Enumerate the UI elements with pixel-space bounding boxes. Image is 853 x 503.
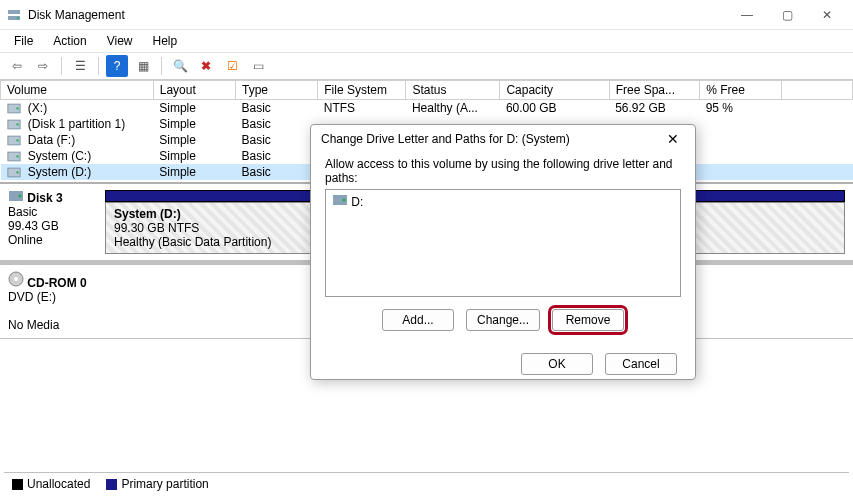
search-icon[interactable]: 🔍: [169, 55, 191, 77]
check-icon[interactable]: ☑: [221, 55, 243, 77]
part-status: Healthy (Basic Data Partition): [114, 235, 271, 249]
drive-paths-list[interactable]: D:: [325, 189, 681, 297]
cdrom-label: CD-ROM 0: [27, 276, 86, 290]
cdrom-icon: [8, 271, 24, 287]
drive-entry-label: D:: [351, 195, 363, 209]
col-free[interactable]: Free Spa...: [609, 81, 699, 100]
svg-point-11: [19, 195, 22, 198]
legend-primary: Primary partition: [121, 477, 208, 491]
disk-type: Basic: [8, 205, 37, 219]
change-drive-letter-dialog: Change Drive Letter and Paths for D: (Sy…: [310, 124, 696, 380]
svg-point-2: [16, 108, 18, 110]
svg-point-0: [17, 17, 19, 19]
properties-icon[interactable]: ▭: [247, 55, 269, 77]
menu-file[interactable]: File: [4, 32, 43, 50]
ok-button[interactable]: OK: [521, 353, 593, 375]
add-button[interactable]: Add...: [382, 309, 454, 331]
svg-point-10: [16, 172, 18, 174]
part-size: 99.30 GB NTFS: [114, 221, 199, 235]
col-type[interactable]: Type: [236, 81, 318, 100]
separator: [161, 57, 162, 75]
minimize-button[interactable]: —: [727, 1, 767, 29]
cancel-button[interactable]: Cancel: [605, 353, 677, 375]
grid-icon[interactable]: ▦: [132, 55, 154, 77]
view-list-icon[interactable]: ☰: [69, 55, 91, 77]
window-title: Disk Management: [28, 8, 727, 22]
volume-row[interactable]: (X:)SimpleBasicNTFSHealthy (A...60.00 GB…: [1, 100, 853, 117]
legend: Unallocated Primary partition: [4, 472, 849, 495]
svg-point-4: [16, 124, 18, 126]
disk-label: Disk 3: [27, 191, 62, 205]
app-icon: [6, 7, 22, 23]
col-spacer[interactable]: [782, 81, 853, 100]
separator: [61, 57, 62, 75]
delete-icon[interactable]: ✖: [195, 55, 217, 77]
cdrom-dev: DVD (E:): [8, 290, 56, 304]
svg-point-8: [16, 156, 18, 158]
help-icon[interactable]: ?: [106, 55, 128, 77]
svg-point-14: [343, 199, 346, 202]
col-capacity[interactable]: Capacity: [500, 81, 609, 100]
menu-bar: File Action View Help: [0, 30, 853, 52]
toolbar: ⇦ ⇨ ☰ ? ▦ 🔍 ✖ ☑ ▭: [0, 52, 853, 80]
separator: [98, 57, 99, 75]
remove-button[interactable]: Remove: [552, 309, 624, 331]
menu-view[interactable]: View: [97, 32, 143, 50]
menu-help[interactable]: Help: [143, 32, 188, 50]
disk-state: Online: [8, 233, 43, 247]
dialog-title: Change Drive Letter and Paths for D: (Sy…: [321, 132, 661, 146]
col-volume[interactable]: Volume: [1, 81, 154, 100]
disk-size: 99.43 GB: [8, 219, 59, 233]
menu-action[interactable]: Action: [43, 32, 96, 50]
window-titlebar: Disk Management — ▢ ✕: [0, 0, 853, 30]
svg-point-6: [16, 140, 18, 142]
nav-forward-icon[interactable]: ⇨: [32, 55, 54, 77]
col-fs[interactable]: File System: [318, 81, 406, 100]
svg-point-13: [14, 277, 18, 281]
close-button[interactable]: ✕: [807, 1, 847, 29]
change-button[interactable]: Change...: [466, 309, 540, 331]
swatch-primary: [106, 479, 117, 490]
drive-icon: [332, 194, 348, 206]
dialog-prompt: Allow access to this volume by using the…: [325, 157, 681, 185]
col-pct[interactable]: % Free: [700, 81, 782, 100]
legend-unalloc: Unallocated: [27, 477, 90, 491]
dialog-close-button[interactable]: ✕: [661, 131, 685, 147]
col-status[interactable]: Status: [406, 81, 500, 100]
nav-back-icon[interactable]: ⇦: [6, 55, 28, 77]
cdrom-state: No Media: [8, 318, 59, 332]
maximize-button[interactable]: ▢: [767, 1, 807, 29]
swatch-unallocated: [12, 479, 23, 490]
part-name: System (D:): [114, 207, 181, 221]
hdd-icon: [8, 190, 24, 202]
col-layout[interactable]: Layout: [153, 81, 235, 100]
